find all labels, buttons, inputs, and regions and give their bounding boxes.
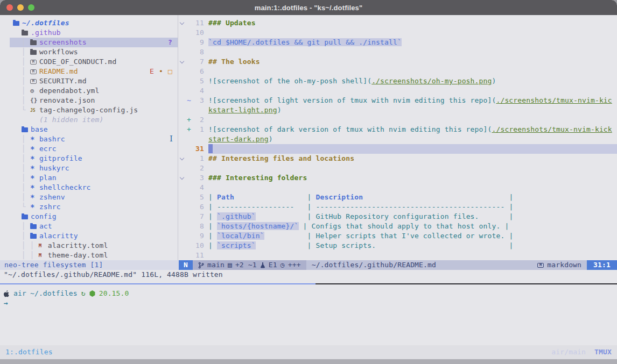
tree-item-theme-day-toml[interactable]: │ │ Mtheme-day.toml bbox=[0, 251, 178, 260]
fold-chevron-icon[interactable] bbox=[178, 57, 186, 67]
tree-item-readme[interactable]: │ README.mdE•□ bbox=[0, 67, 178, 76]
tree-item-ecrc[interactable]: │ *ecrc bbox=[0, 144, 178, 154]
tmux-pane-border[interactable] bbox=[0, 283, 617, 284]
javascript-icon: JS bbox=[30, 108, 39, 113]
editor-cursor-line[interactable]: 31 bbox=[178, 144, 617, 154]
line-number: 9 bbox=[193, 38, 208, 47]
editor-line-wrap[interactable]: start-dark.png) bbox=[178, 134, 617, 144]
editor-line[interactable]: 1## Interesting files and locations bbox=[178, 154, 617, 163]
indent-guide: │ bbox=[4, 57, 30, 67]
editor-line[interactable]: 7## The looks bbox=[178, 57, 617, 67]
fold-column bbox=[178, 241, 186, 251]
tree-item-security[interactable]: │ SECURITY.md bbox=[0, 76, 178, 86]
editor-table-row[interactable]: 8| `hosts/{hostname}/` | Configs that sh… bbox=[178, 222, 617, 231]
tree-item-base[interactable]: base bbox=[0, 125, 178, 134]
fold-chevron-icon[interactable] bbox=[178, 18, 186, 28]
sync-icon: ↻ bbox=[81, 289, 86, 298]
tree-item-zshenv[interactable]: │ *zshenv bbox=[0, 192, 178, 202]
markdown-file-icon bbox=[30, 69, 39, 74]
markdown-url[interactable]: ./screenshots/tmux-nvim-kick bbox=[492, 125, 612, 133]
editor-line-wrap[interactable]: kstart-light.png) bbox=[178, 105, 617, 115]
editor-line[interactable]: 10 bbox=[178, 28, 617, 38]
editor-line[interactable]: ~3![screenshot of light version of tmux … bbox=[178, 96, 617, 105]
indent-guide bbox=[4, 115, 30, 125]
editor-line[interactable]: 9`cd $HOME/.dotfiles && git pull && ./in… bbox=[178, 38, 617, 47]
tree-item-label: zshrc bbox=[39, 202, 61, 212]
editor-line[interactable]: 6 bbox=[178, 67, 617, 76]
line-number: 1 bbox=[193, 125, 208, 134]
fold-chevron-icon[interactable] bbox=[178, 173, 186, 183]
editor-line[interactable]: +1![screenshot of dark version of tmux w… bbox=[178, 125, 617, 134]
editor-line[interactable]: 11### Updates bbox=[178, 18, 617, 28]
markdown-url[interactable]: start-dark.png bbox=[208, 135, 269, 143]
tree-item-bashrc[interactable]: │ *bashrc bbox=[0, 134, 178, 144]
markdown-image-text: ) bbox=[277, 106, 282, 114]
editor-line[interactable]: 4 bbox=[178, 86, 617, 96]
table-cell: Configs that should apply to that host o… bbox=[311, 222, 500, 230]
tmux-window-tab[interactable]: 1:.dotfiles bbox=[5, 347, 53, 357]
tree-item-shellcheckrc[interactable]: │ *shellcheckrc bbox=[0, 183, 178, 192]
tree-item-huskyrc[interactable]: │ *huskyrc bbox=[0, 163, 178, 173]
tree-item-code-of-conduct[interactable]: │ CODE_OF_CONDUCT.md bbox=[0, 57, 178, 67]
sign-column bbox=[186, 57, 193, 67]
tree-item-renovate[interactable]: │ {}renovate.json bbox=[0, 96, 178, 105]
editor-table-row[interactable]: 10| `scripts` | Setup scripts. | bbox=[178, 241, 617, 251]
markdown-url[interactable]: kstart-light.png bbox=[208, 106, 277, 114]
markdown-h3: ### Interesting folders bbox=[208, 174, 307, 182]
fold-chevron-icon[interactable] bbox=[178, 154, 186, 163]
tree-item-alacritty-toml[interactable]: │ │ Malacritty.toml bbox=[0, 241, 178, 251]
dotfile-star-icon: * bbox=[30, 183, 39, 192]
shell-input-line[interactable]: → bbox=[4, 298, 617, 308]
tree-item-plan[interactable]: │ *plan bbox=[0, 173, 178, 183]
sign-column bbox=[186, 105, 193, 115]
tree-item-label: alacritty bbox=[39, 231, 78, 241]
editor-table-divider[interactable]: 6| ------------------ | ----------------… bbox=[178, 202, 617, 212]
editor-line[interactable]: 3### Interesting folders bbox=[178, 173, 617, 183]
editor-line[interactable]: 4 bbox=[178, 183, 617, 192]
line-number: 2 bbox=[193, 163, 208, 173]
tree-item-screenshots[interactable]: │ screenshots? bbox=[0, 38, 178, 47]
editor-line[interactable]: 11 bbox=[178, 251, 617, 260]
dotfile-star-icon: * bbox=[30, 192, 39, 202]
markdown-h2: ## The looks bbox=[208, 58, 260, 66]
tree-item-dotfiles-root[interactable]: ~/.dotfiles bbox=[0, 18, 178, 28]
editor-line[interactable]: 8 bbox=[178, 47, 617, 57]
tree-item-github[interactable]: .github bbox=[0, 28, 178, 38]
editor-line[interactable]: +2 bbox=[178, 115, 617, 125]
editor-table-header[interactable]: 5| Path | Description | bbox=[178, 192, 617, 202]
markdown-file-icon bbox=[537, 263, 544, 268]
table-code-cell: `local/bin` bbox=[217, 232, 264, 240]
sign-column bbox=[186, 18, 193, 28]
tree-item-config[interactable]: config bbox=[0, 212, 178, 222]
table-pipe: | bbox=[208, 212, 217, 220]
fold-column bbox=[178, 163, 186, 173]
table-pipe: | bbox=[303, 203, 316, 211]
indent-guide: │ bbox=[4, 183, 30, 192]
tree-item-label: alacritty.toml bbox=[48, 241, 108, 251]
tree-item-zshrc[interactable]: └ *zshrc bbox=[0, 202, 178, 212]
markdown-url[interactable]: ./screenshots/oh-my-posh.png bbox=[371, 77, 492, 85]
fold-column bbox=[178, 105, 186, 115]
indent-guide: │ bbox=[4, 76, 30, 86]
editor-line[interactable]: 2 bbox=[178, 163, 617, 173]
tree-item-tag-changelog[interactable]: └ JStag-changelog-config.js bbox=[0, 105, 178, 115]
tree-item-dependabot[interactable]: │ ⚙dependabot.yml bbox=[0, 86, 178, 96]
indent-guide bbox=[4, 125, 22, 134]
folder-open-icon bbox=[30, 234, 39, 239]
table-pipe: | bbox=[303, 241, 316, 249]
table-code-cell: `hosts/{hostname}/` bbox=[217, 222, 299, 230]
tree-item-gitprofile[interactable]: │ *gitprofile bbox=[0, 154, 178, 163]
markdown-url[interactable]: ./screenshots/tmux-nvim-kic bbox=[496, 96, 612, 104]
editor-line[interactable]: 5![screenshot of the oh-my-posh shell](.… bbox=[178, 76, 617, 86]
hidden-items-label: (1 hidden item) bbox=[39, 115, 104, 125]
tree-item-act[interactable]: │ act bbox=[0, 222, 178, 231]
editor-table-row[interactable]: 9| `local/bin` | Helper scripts that I'v… bbox=[178, 231, 617, 241]
editor-table-row[interactable]: 7| `.github` | GitHub Repository configu… bbox=[178, 212, 617, 222]
tree-item-workflows[interactable]: │ workflows bbox=[0, 47, 178, 57]
inline-code: `cd $HOME/.dotfiles && git pull && ./ins… bbox=[208, 38, 402, 46]
indent-guide: │ bbox=[4, 144, 30, 154]
line-number: 4 bbox=[193, 86, 208, 96]
tree-item-alacritty[interactable]: │ alacritty bbox=[0, 231, 178, 241]
mouse-ibeam-cursor: I bbox=[170, 134, 173, 144]
tree-item-label: bashrc bbox=[39, 134, 65, 144]
